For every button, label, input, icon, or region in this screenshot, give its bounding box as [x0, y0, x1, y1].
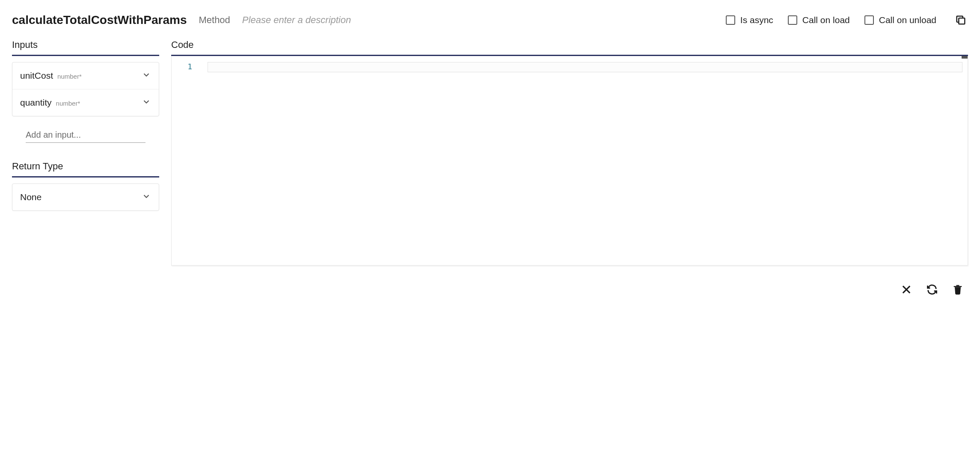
method-name[interactable]: calculateTotalCostWithParams: [12, 13, 187, 27]
call-on-unload-label: Call on unload: [879, 15, 936, 25]
description-input[interactable]: [242, 15, 714, 26]
return-type-select[interactable]: None: [12, 184, 159, 210]
input-type: number*: [57, 73, 82, 80]
code-scroll-marker: [962, 56, 968, 59]
return-type-value: None: [20, 192, 42, 202]
copy-icon: [955, 14, 967, 26]
copy-button[interactable]: [953, 13, 968, 27]
inputs-section-title: Inputs: [12, 39, 159, 56]
checkbox-box-icon: [864, 15, 874, 25]
is-async-label: Is async: [740, 15, 773, 25]
input-type: number*: [56, 100, 80, 107]
call-on-load-label: Call on load: [802, 15, 850, 25]
call-on-unload-checkbox[interactable]: Call on unload: [864, 15, 936, 25]
input-name: unitCost: [20, 71, 53, 81]
code-current-line: [208, 62, 962, 72]
return-type-card: None: [12, 183, 159, 211]
code-section-title: Code: [171, 39, 968, 56]
delete-button[interactable]: [951, 283, 965, 296]
chevron-down-icon: [142, 97, 151, 108]
chevron-down-icon: [142, 192, 151, 203]
add-input-field[interactable]: [26, 127, 146, 143]
refresh-icon: [926, 284, 938, 296]
checkbox-box-icon: [726, 15, 735, 25]
return-section-title: Return Type: [12, 161, 159, 177]
is-async-checkbox[interactable]: Is async: [726, 15, 773, 25]
inputs-list: unitCost number* quantity number*: [12, 62, 159, 116]
input-row[interactable]: quantity number*: [12, 89, 159, 116]
line-number: 1: [172, 62, 192, 71]
code-gutter: 1: [172, 56, 198, 265]
input-row[interactable]: unitCost number*: [12, 62, 159, 89]
checkbox-box-icon: [788, 15, 797, 25]
svg-rect-0: [959, 18, 965, 24]
trash-icon: [952, 284, 964, 296]
input-name: quantity: [20, 98, 52, 108]
call-on-load-checkbox[interactable]: Call on load: [788, 15, 850, 25]
close-icon: [900, 284, 912, 296]
method-header: calculateTotalCostWithParams Method Is a…: [12, 13, 968, 39]
chevron-down-icon: [142, 70, 151, 81]
code-editor[interactable]: 1: [171, 56, 968, 266]
close-button[interactable]: [900, 283, 913, 296]
refresh-button[interactable]: [925, 283, 939, 296]
method-kind-label: Method: [199, 15, 230, 26]
footer-actions: [171, 266, 968, 300]
